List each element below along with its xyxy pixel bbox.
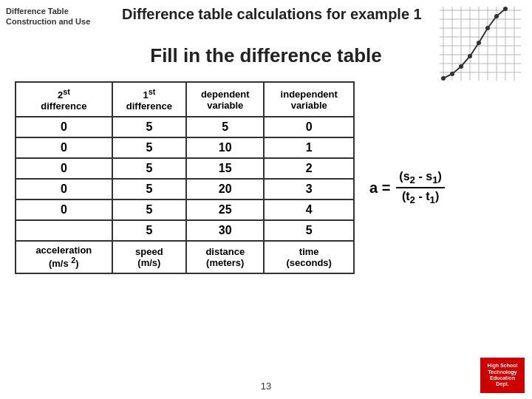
svg-point-22 <box>485 26 490 30</box>
cell-5-0 <box>16 220 112 241</box>
cell-4-0: 0 <box>16 200 112 220</box>
cell-5-3: 5 <box>264 220 354 241</box>
logo-text: High SchoolTechnologyEducationDept. <box>488 363 518 388</box>
logo: High SchoolTechnologyEducationDept. <box>480 358 525 393</box>
cell-2-3: 2 <box>264 158 354 179</box>
top-left-line1: Difference Table <box>6 7 69 16</box>
footer-3: time(seconds) <box>264 241 354 273</box>
cell-0-3: 0 <box>264 117 354 137</box>
cell-4-3: 4 <box>264 200 354 220</box>
top-left-label: Difference Table Construction and Use <box>6 6 90 27</box>
cell-2-1: 5 <box>112 158 186 179</box>
table-row: 05203 <box>16 179 354 200</box>
cell-5-2: 30 <box>186 220 264 241</box>
table-row: 05254 <box>16 200 354 220</box>
table-wrapper: 2stdifference 1stdifference dependentvar… <box>15 81 355 274</box>
footer-0: acceleration(m/s 2) <box>16 241 112 273</box>
difference-table: 2stdifference 1stdifference dependentvar… <box>15 81 355 274</box>
formula-denominator: (t2 - t1) <box>399 188 442 205</box>
col-header-0: 2stdifference <box>16 82 112 117</box>
page-number: 13 <box>261 381 271 392</box>
cell-3-3: 3 <box>264 179 354 200</box>
cell-3-2: 20 <box>186 179 264 200</box>
cell-1-3: 1 <box>264 137 354 158</box>
svg-point-24 <box>503 7 508 11</box>
top-left-line2: Construction and Use <box>6 17 90 26</box>
svg-point-18 <box>450 72 454 76</box>
footer-2: distance(meters) <box>186 241 264 273</box>
cell-4-2: 25 <box>186 200 264 220</box>
table-row: 0550 <box>16 117 354 137</box>
table-row: 05101 <box>16 137 354 158</box>
table-header-row: 2stdifference 1stdifference dependentvar… <box>16 82 354 117</box>
cell-0-2: 5 <box>186 117 264 137</box>
table-row: 05152 <box>16 158 354 179</box>
chart-graphic <box>436 3 525 84</box>
formula-a-label: a = <box>369 180 390 197</box>
svg-point-17 <box>441 76 446 81</box>
svg-point-23 <box>494 14 499 18</box>
cell-0-1: 5 <box>112 117 186 137</box>
cell-2-0: 0 <box>16 158 112 179</box>
main-title: Difference table calculations for exampl… <box>122 6 422 23</box>
cell-1-2: 10 <box>186 137 264 158</box>
subtitle: Fill in the difference table <box>0 44 532 67</box>
col-header-3: independentvariable <box>264 82 354 117</box>
formula-container: a = (s2 - s1) (t2 - t1) <box>369 163 517 205</box>
formula-numerator: (s2 - s1) <box>396 170 445 188</box>
chart-svg <box>436 3 525 84</box>
col-header-2: dependentvariable <box>186 82 264 117</box>
table-footer-row: acceleration(m/s 2) speed(m/s) distance(… <box>16 241 354 273</box>
cell-4-1: 5 <box>112 200 186 220</box>
cell-2-2: 15 <box>186 158 264 179</box>
cell-3-0: 0 <box>16 179 112 200</box>
cell-1-0: 0 <box>16 137 112 158</box>
cell-1-1: 5 <box>112 137 186 158</box>
cell-3-1: 5 <box>112 179 186 200</box>
cell-0-0: 0 <box>16 117 112 137</box>
footer-1: speed(m/s) <box>112 241 186 273</box>
formula-fraction: (s2 - s1) (t2 - t1) <box>396 170 445 205</box>
col-header-1: 1stdifference <box>112 82 186 117</box>
cell-5-1: 5 <box>112 220 186 241</box>
table-row: 5305 <box>16 220 354 241</box>
